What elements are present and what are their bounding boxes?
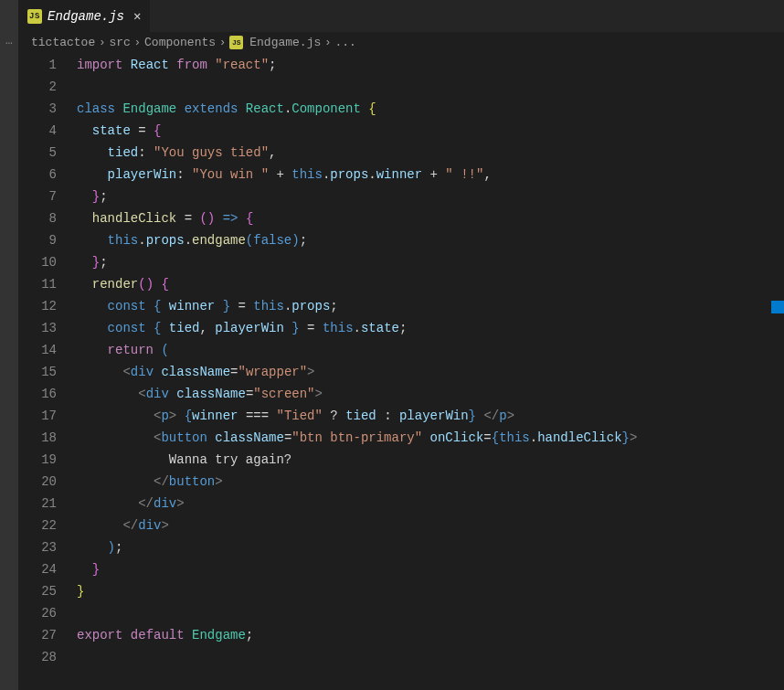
- code-line: </button>: [77, 471, 771, 493]
- code-line: const { winner } = this.props;: [77, 295, 771, 317]
- code-editor[interactable]: 1234567891011121314151617181920212223242…: [18, 54, 784, 690]
- code-line: export default Endgame;: [77, 624, 771, 646]
- line-number: 20: [18, 471, 57, 493]
- code-line: };: [77, 186, 771, 207]
- line-number: 21: [18, 493, 57, 515]
- code-line: };: [77, 251, 771, 273]
- js-file-icon: JS: [229, 36, 243, 49]
- code-line: <p> {winner === "Tied" ? tied : playerWi…: [77, 405, 771, 427]
- chevron-right-icon: ›: [99, 37, 105, 49]
- cursor-position-marker: [771, 301, 784, 313]
- line-number: 6: [18, 164, 57, 186]
- code-line: playerWin: "You win " + this.props.winne…: [77, 164, 771, 186]
- code-line: handleClick = () => {: [77, 207, 771, 229]
- line-number: 16: [18, 383, 57, 405]
- line-number: 8: [18, 207, 57, 229]
- line-number: 25: [18, 580, 57, 602]
- line-number: 4: [18, 120, 57, 142]
- line-number: 9: [18, 229, 57, 251]
- line-number: 14: [18, 339, 57, 361]
- line-number: 18: [18, 427, 57, 449]
- line-number: 19: [18, 449, 57, 471]
- breadcrumb[interactable]: tictactoe › src › Components › JS Endgam…: [18, 32, 784, 54]
- code-line: class Endgame extends React.Component {: [77, 98, 771, 120]
- line-number: 11: [18, 273, 57, 295]
- line-number: 17: [18, 405, 57, 427]
- tab-bar: JS Endgame.js ✕: [18, 0, 784, 32]
- code-line: </div>: [77, 493, 771, 515]
- crumb-tail[interactable]: ...: [334, 36, 355, 49]
- code-line: }: [77, 558, 771, 580]
- crumb-project[interactable]: tictactoe: [31, 36, 95, 49]
- code-line: state = {: [77, 120, 771, 142]
- code-line: import React from "react";: [77, 54, 771, 76]
- code-line: render() {: [77, 273, 771, 295]
- line-number: 27: [18, 624, 57, 646]
- code-line: <div className="wrapper">: [77, 361, 771, 383]
- js-file-icon: JS: [27, 9, 42, 24]
- chevron-right-icon: ›: [134, 37, 141, 49]
- close-icon[interactable]: ✕: [130, 8, 141, 24]
- line-number: 28: [18, 646, 57, 668]
- line-number: 7: [18, 186, 57, 207]
- code-line: </div>: [77, 515, 771, 536]
- line-number: 15: [18, 361, 57, 383]
- line-number-gutter: 1234567891011121314151617181920212223242…: [18, 54, 73, 690]
- code-line: this.props.endgame(false);: [77, 229, 771, 251]
- code-line: const { tied, playerWin } = this.state;: [77, 317, 771, 339]
- code-line: }: [77, 580, 771, 602]
- line-number: 10: [18, 251, 57, 273]
- line-number: 1: [18, 54, 57, 76]
- code-line: [77, 602, 771, 624]
- chevron-right-icon: ›: [219, 37, 226, 49]
- editor-main: JS Endgame.js ✕ tictactoe › src › Compon…: [18, 0, 784, 690]
- line-number: 24: [18, 558, 57, 580]
- crumb-src[interactable]: src: [109, 36, 130, 49]
- code-line: return (: [77, 339, 771, 361]
- line-number: 3: [18, 98, 57, 120]
- crumb-file[interactable]: Endgame.js: [249, 36, 321, 49]
- line-number: 2: [18, 76, 57, 98]
- code-line: [77, 646, 771, 668]
- overview-ruler[interactable]: [771, 54, 784, 690]
- code-line: tied: "You guys tied",: [77, 142, 771, 164]
- code-line: Wanna try again?: [77, 449, 771, 471]
- crumb-components[interactable]: Components: [144, 36, 216, 49]
- tab-filename: Endgame.js: [48, 9, 124, 24]
- code-line: <button className="btn btn-primary" onCl…: [77, 427, 771, 449]
- line-number: 12: [18, 295, 57, 317]
- line-number: 5: [18, 142, 57, 164]
- line-number: 23: [18, 536, 57, 558]
- ellipsis-icon: …: [0, 0, 18, 47]
- code-area[interactable]: import React from "react"; class Endgame…: [73, 54, 771, 690]
- activity-bar: …: [0, 0, 18, 690]
- line-number: 13: [18, 317, 57, 339]
- code-line: <div className="screen">: [77, 383, 771, 405]
- line-number: 22: [18, 515, 57, 536]
- code-line: );: [77, 536, 771, 558]
- chevron-right-icon: ›: [324, 37, 331, 49]
- tab-endgame-js[interactable]: JS Endgame.js ✕: [18, 0, 151, 32]
- line-number: 26: [18, 602, 57, 624]
- code-line: [77, 76, 771, 98]
